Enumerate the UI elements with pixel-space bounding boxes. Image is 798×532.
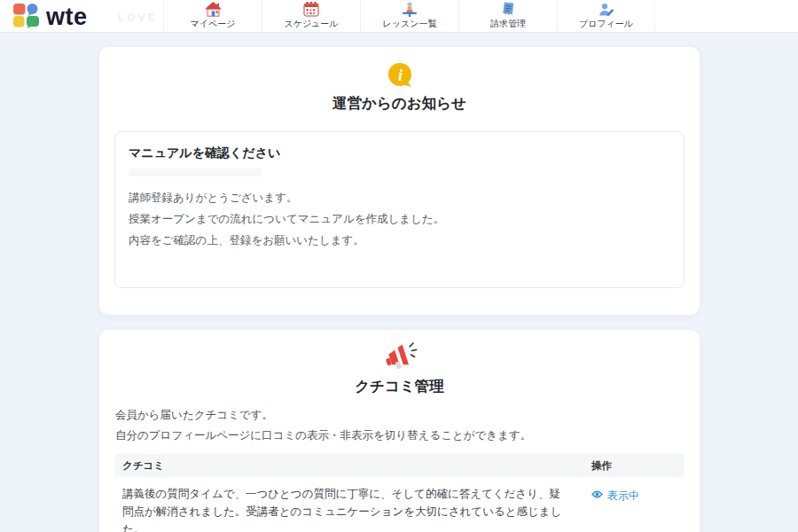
notice-body-line: 講師登録ありがとうございます。 [129, 191, 670, 206]
notice-card: i 運営からのお知らせ マニュアルを確認ください 講師登録ありがとうございます。… [99, 47, 700, 315]
notice-body-line: 内容をご確認の上、登録をお願いいたします。 [129, 233, 670, 248]
review-desc-line: 自分のプロフィールページに口コミの表示・非表示を切り替えることができます。 [115, 428, 684, 443]
app-logo[interactable]: wte [12, 3, 88, 31]
notice-box-body: 講師登録ありがとうございます。 授業オープンまでの流れについてマニュアルを作成し… [129, 191, 670, 248]
top-nav-bar: wte LOVE マイページ [0, 0, 798, 33]
main-nav: マイページ スケジュール [163, 0, 655, 32]
invoice-icon [501, 2, 516, 17]
profile-icon [598, 2, 614, 17]
nav-tab-label: レッスン一覧 [383, 18, 437, 30]
logo-text: wte [46, 5, 88, 29]
nav-tab-profile[interactable]: プロフィール [557, 0, 655, 32]
header-watermark: LOVE [118, 12, 158, 24]
nav-tab-label: プロフィール [579, 18, 633, 30]
review-card: クチコミ管理 会員から届いたクチコミです。 自分のプロフィールページに口コミの表… [99, 330, 700, 532]
visibility-status-label: 表示中 [607, 487, 639, 505]
nav-tab-mypage[interactable]: マイページ [163, 0, 262, 32]
svg-text:i: i [397, 66, 402, 84]
megaphone-icon [99, 330, 700, 372]
nav-tab-label: スケジュール [284, 18, 338, 30]
review-desc-line: 会員から届いたクチコミです。 [115, 408, 684, 423]
notice-box-title: マニュアルを確認ください [129, 145, 670, 161]
nav-tab-label: マイページ [191, 18, 236, 30]
notice-body-line: 授業オープンまでの流れについてマニュアルを作成しました。 [129, 212, 670, 227]
review-description: 会員から届いたクチコミです。 自分のプロフィールページに口コミの表示・非表示を切… [115, 408, 684, 443]
nav-tab-label: 請求管理 [490, 18, 526, 30]
review-table-header: クチコミ 操作 [115, 454, 684, 477]
nav-tab-schedule[interactable]: スケジュール [262, 0, 360, 32]
nav-tab-billing[interactable]: 請求管理 [458, 0, 557, 32]
nav-tab-lessons[interactable]: レッスン一覧 [360, 0, 458, 32]
info-icon: i [99, 47, 700, 89]
review-card-title: クチコミ管理 [99, 377, 700, 396]
review-table: クチコミ 操作 講義後の質問タイムで、一つひとつの質問に丁寧に、そして的確に答え… [115, 454, 684, 532]
lesson-icon [402, 2, 418, 17]
wte-logo-icon [12, 3, 40, 32]
review-text: 講義後の質問タイムで、一つひとつの質問に丁寧に、そして的確に答えてくださり、疑問… [122, 485, 591, 532]
page-content: i 運営からのお知らせ マニュアルを確認ください 講師登録ありがとうございます。… [0, 33, 798, 532]
calendar-icon [303, 2, 319, 17]
table-row: 講義後の質問タイムで、一つひとつの質問に丁寧に、そして的確に答えてくださり、疑問… [115, 477, 684, 532]
column-header-review: クチコミ [122, 459, 591, 473]
column-header-action: 操作 [591, 459, 677, 473]
eye-icon [591, 489, 603, 499]
visibility-toggle-button[interactable]: 表示中 [591, 487, 677, 532]
notice-box: マニュアルを確認ください 講師登録ありがとうございます。 授業オープンまでの流れ… [114, 131, 685, 288]
notice-date-faint [129, 168, 262, 176]
home-icon [205, 2, 222, 17]
notice-card-title: 運営からのお知らせ [99, 94, 700, 113]
